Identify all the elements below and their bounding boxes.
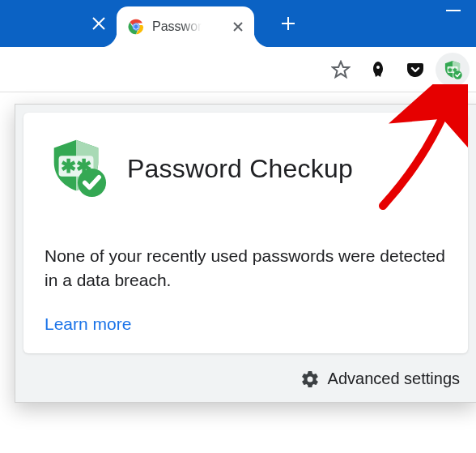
minimize-icon — [446, 10, 461, 11]
star-icon — [331, 60, 351, 79]
popup-card: ✱✱ Password Checkup None of your recentl… — [23, 113, 468, 353]
tab-strip-spacer — [0, 0, 81, 47]
chrome-favicon-icon — [128, 19, 144, 35]
tab-strip: Passwor — [0, 0, 476, 47]
popup-header: ✱✱ Password Checkup — [45, 135, 447, 202]
content-area: ✱✱ Password Checkup None of your recentl… — [0, 92, 476, 453]
advanced-settings-label: Advanced settings — [328, 370, 460, 388]
popup-body-text: None of your recently used passwords wer… — [45, 244, 447, 293]
popup-title: Password Checkup — [127, 154, 353, 184]
extension-popup: ✱✱ Password Checkup None of your recentl… — [15, 104, 476, 403]
close-icon — [232, 21, 244, 32]
advanced-settings-button[interactable]: Advanced settings — [300, 370, 460, 389]
pocket-icon — [406, 60, 425, 79]
browser-window: Passwor — [0, 0, 476, 453]
active-tab[interactable]: Passwor — [117, 6, 254, 47]
password-checkup-logo-icon: ✱✱ — [45, 135, 108, 202]
rocket-icon — [368, 60, 388, 79]
close-icon — [91, 16, 106, 31]
popup-footer: Advanced settings — [15, 361, 476, 402]
plus-icon — [280, 15, 296, 32]
bookmark-star-button[interactable] — [324, 53, 358, 87]
extension-pocket-button[interactable] — [398, 53, 432, 87]
svg-rect-10 — [446, 10, 461, 11]
window-minimize-button[interactable] — [431, 0, 476, 47]
learn-more-link[interactable]: Learn more — [45, 314, 447, 334]
new-tab-button[interactable] — [270, 0, 306, 47]
tab-close-button[interactable] — [230, 19, 246, 35]
extension-password-checkup-button[interactable]: ✱✱ — [436, 53, 470, 87]
svg-point-5 — [134, 24, 138, 28]
svg-marker-11 — [333, 62, 349, 77]
browser-toolbar: ✱✱ — [0, 47, 476, 92]
tab-title: Passwor — [152, 19, 202, 34]
svg-point-12 — [376, 66, 380, 69]
extension-rocket-button[interactable] — [361, 53, 395, 87]
gear-icon — [300, 370, 320, 389]
password-checkup-icon: ✱✱ — [442, 59, 463, 80]
